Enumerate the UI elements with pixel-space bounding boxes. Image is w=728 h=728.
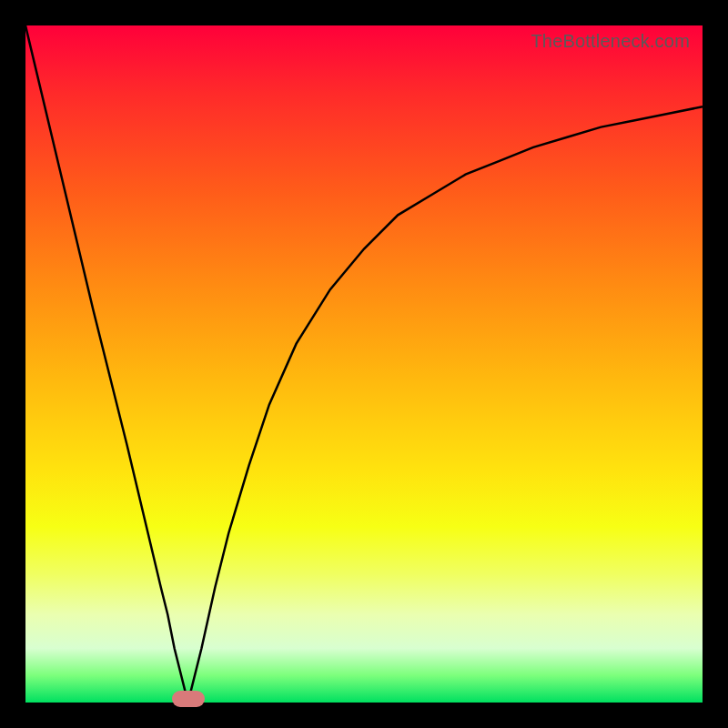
curve-left-segment — [25, 25, 188, 703]
bottleneck-curve — [25, 25, 703, 703]
curve-right-segment — [188, 106, 703, 703]
plot-area: TheBottleneck.com — [25, 25, 703, 703]
chart-frame: TheBottleneck.com — [0, 0, 728, 728]
optimal-point-marker — [172, 691, 205, 707]
